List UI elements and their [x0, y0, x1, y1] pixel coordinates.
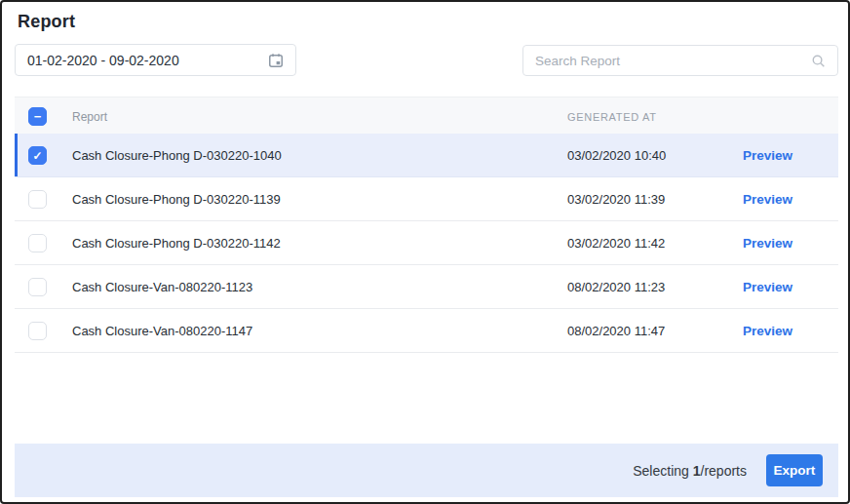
generated-at-value: 03/02/2020 11:39 [567, 192, 665, 207]
column-header-report: Report [72, 110, 107, 124]
row-checkbox[interactable] [28, 278, 47, 296]
row-checkbox[interactable] [28, 234, 47, 252]
table-body: ✓ Cash Closure-Phong D-030220-1040 03/02… [15, 134, 838, 353]
table-row[interactable]: Cash Closure-Van-080220-1123 08/02/2020 … [15, 265, 838, 309]
report-name: Cash Closure-Phong D-030220-1142 [72, 236, 281, 251]
generated-at-value: 03/02/2020 11:42 [567, 236, 665, 251]
table-row[interactable]: Cash Closure-Phong D-030220-1142 03/02/2… [15, 221, 838, 265]
preview-link[interactable]: Preview [743, 148, 792, 163]
table-row[interactable]: ✓ Cash Closure-Phong D-030220-1040 03/02… [15, 134, 838, 177]
date-range-input[interactable]: 01-02-2020 - 09-02-2020 [15, 44, 296, 76]
report-name: Cash Closure-Van-080220-1147 [72, 324, 252, 338]
column-header-generated-at: GENERATED AT [567, 111, 657, 123]
table-row[interactable]: Cash Closure-Van-080220-1147 08/02/2020 … [15, 309, 838, 353]
calendar-icon[interactable] [268, 53, 284, 68]
search-box [522, 45, 838, 76]
preview-link[interactable]: Preview [743, 236, 792, 251]
preview-link[interactable]: Preview [743, 280, 792, 294]
search-icon[interactable] [811, 54, 826, 68]
generated-at-value: 08/02/2020 11:23 [567, 280, 665, 294]
generated-at-value: 08/02/2020 11:47 [567, 324, 665, 338]
row-checkbox[interactable] [28, 322, 47, 340]
row-checkbox[interactable]: ✓ [28, 146, 47, 165]
selecting-count-text: Selecting 1/reports [633, 463, 747, 479]
table-header: − Report GENERATED AT [15, 97, 838, 134]
selected-count: 1 [693, 463, 701, 479]
selection-footer: Selecting 1/reports Export [15, 444, 838, 497]
date-range-value: 01-02-2020 - 09-02-2020 [27, 53, 268, 68]
report-page: Report 01-02-2020 - 09-02-2020 − Report … [0, 0, 850, 504]
row-checkbox[interactable] [28, 190, 47, 209]
preview-link[interactable]: Preview [743, 192, 792, 207]
table-row[interactable]: Cash Closure-Phong D-030220-1139 03/02/2… [15, 177, 838, 221]
search-input[interactable] [535, 54, 811, 68]
report-name: Cash Closure-Phong D-030220-1139 [72, 192, 281, 207]
page-title: Report [18, 12, 75, 32]
export-button[interactable]: Export [766, 454, 823, 486]
generated-at-value: 03/02/2020 10:40 [567, 148, 666, 163]
select-all-checkbox[interactable]: − [28, 107, 47, 126]
report-name: Cash Closure-Phong D-030220-1040 [72, 148, 282, 163]
report-name: Cash Closure-Van-080220-1123 [72, 280, 252, 294]
preview-link[interactable]: Preview [743, 324, 792, 338]
